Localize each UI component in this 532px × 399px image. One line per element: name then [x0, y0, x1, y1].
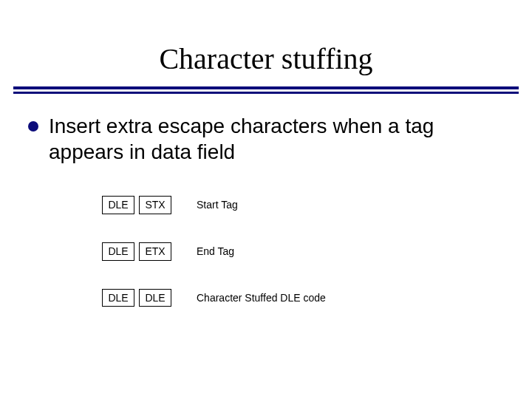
bullet-icon [28, 121, 38, 132]
legend-label: Start Tag [197, 199, 238, 211]
bullet-text: Insert extra escape characters when a ta… [49, 113, 504, 165]
legend-label: End Tag [197, 245, 234, 257]
code-box: DLE [102, 196, 134, 214]
title-rule [13, 86, 519, 94]
legend-label: Character Stuffed DLE code [197, 292, 326, 304]
legend-row: DLE ETX End Tag [102, 242, 504, 261]
code-box: ETX [139, 242, 171, 261]
code-box: STX [139, 196, 171, 214]
bullet-item: Insert extra escape characters when a ta… [28, 113, 504, 165]
legend-row: DLE DLE Character Stuffed DLE code [102, 289, 504, 307]
code-box: DLE [102, 289, 134, 307]
page-title: Character stuffing [0, 0, 532, 82]
code-box: DLE [102, 242, 134, 261]
legend-row: DLE STX Start Tag [102, 196, 504, 214]
code-box: DLE [139, 289, 171, 307]
slide: Character stuffing Insert extra escape c… [0, 0, 532, 399]
legend: DLE STX Start Tag DLE ETX End Tag DLE DL… [102, 196, 504, 307]
slide-body: Insert extra escape characters when a ta… [0, 110, 532, 307]
